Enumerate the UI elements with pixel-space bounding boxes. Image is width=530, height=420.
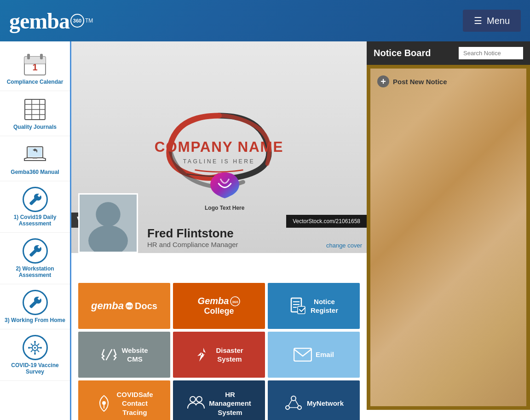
gemba-college-brand: Gemba 360 College [198,296,241,316]
wrench-circle-1 [23,187,48,212]
svg-line-25 [37,344,39,345]
virus-icon [23,335,48,360]
profile-section: COMPANY NAME TAGLINE IS HERE [71,41,367,276]
website-cms-icon [100,346,118,363]
svg-point-29 [28,347,30,349]
sidebar-item-workstation[interactable]: 2) Workstation Assessment [0,233,70,284]
profile-info: Fred Flintstone HR and Compliance Manage… [147,226,238,248]
tile-website-cms[interactable]: WebsiteCMS [78,332,170,378]
sidebar-item-covid19-daily[interactable]: 1) Covid19 Daily Assessment [0,181,70,233]
covidsafe-icon [95,395,113,412]
gemba-docs-brand: gemba 360 Docs [91,300,157,312]
secondary-logo: Logo Text Here [205,170,244,211]
svg-line-23 [31,344,33,345]
svg-line-52 [288,400,292,406]
hr-icon [187,395,205,412]
svg-text:1: 1 [32,62,37,72]
notice-register-icon [289,297,307,315]
hr-management-label: HRManagementSystem [209,390,251,417]
sidebar-label-covid19-daily: 1) Covid19 Daily Assessment [4,214,66,227]
notice-search-input[interactable] [459,47,523,59]
tile-hr-management[interactable]: HRManagementSystem [173,380,265,420]
email-icon [294,348,312,362]
disaster-system-label: DisasterSystem [216,346,243,364]
sidebar-label-quality-journals: Quality Journals [13,124,57,130]
profile-name: Fred Flintstone [147,226,238,241]
website-cms-label: WebsiteCMS [121,346,148,364]
change-cover-link[interactable]: change cover [326,242,362,249]
sidebar-item-gemba360-manual[interactable]: Gemba360 Manual [0,136,70,181]
laptop-icon [21,142,49,167]
app-grid: gemba 360 Docs Gemba 360 College [71,276,367,420]
sidebar-label-gemba360-manual: Gemba360 Manual [11,169,59,175]
logo-badge: 360 [70,14,84,28]
logo: gemba 360 TM [9,8,93,34]
sidebar-item-covid-vaccine[interactable]: COVID-19 Vaccine Survey [0,329,70,381]
svg-point-30 [40,347,42,349]
svg-point-50 [286,406,289,409]
svg-text:TAGLINE IS HERE: TAGLINE IS HERE [183,158,255,165]
svg-text:COMPANY NAME: COMPANY NAME [155,138,283,155]
covidsafe-label: COVIDSafeContactTracing [116,390,153,417]
logo-text: gemba [9,8,69,34]
avatar-svg [80,193,137,253]
plus-icon: + [377,75,389,87]
sidebar-item-working-from-home[interactable]: 3) Working From Home [0,284,70,329]
email-label: Email [316,350,334,359]
svg-point-34 [96,202,120,226]
change-cover-area: change cover [326,241,362,249]
svg-rect-14 [33,158,37,159]
tile-email[interactable]: Email [268,332,360,378]
svg-point-27 [34,341,36,343]
sidebar-item-compliance-calendar[interactable]: 1 Compliance Calendar [0,46,70,91]
secondary-logo-svg [207,170,242,205]
svg-point-51 [298,406,301,409]
cover-photo-label: VectorStock.com/21061658 [286,215,367,228]
mynetwork-label: MyNetwork [307,399,344,408]
content-area: COMPANY NAME TAGLINE IS HERE [71,41,367,420]
wrench-circle-2 [23,238,48,264]
menu-button[interactable]: ☰ Menu [463,10,521,32]
svg-text:360: 360 [232,300,239,304]
header: gemba 360 TM ☰ Menu [0,0,530,41]
corkboard: + Post New Notice [367,65,530,410]
tile-mynetwork[interactable]: MyNetwork [268,380,360,420]
profile-title: HR and Compliance Manager [147,241,238,248]
svg-line-26 [31,350,33,352]
avatar [78,193,138,253]
notice-section: Notice Board + Post New Notice [367,41,530,420]
svg-rect-44 [294,348,311,361]
tile-notice-register[interactable]: NoticeRegister [268,283,360,329]
svg-point-48 [196,397,202,402]
svg-point-47 [190,397,196,402]
svg-point-28 [34,353,36,355]
svg-point-45 [102,401,106,405]
post-new-notice-label: Post New Notice [393,78,447,86]
tile-gemba-college[interactable]: Gemba 360 College [173,283,265,329]
sidebar-item-quality-journals[interactable]: Quality Journals [0,91,70,136]
menu-label: Menu [487,16,510,26]
calendar-icon: 1 [21,52,49,77]
sidebar-label-workstation: 2) Workstation Assessment [4,265,66,278]
main-layout: 1 Compliance Calendar Quality Journals [0,41,530,420]
sidebar-label-covid-vaccine: COVID-19 Vaccine Survey [4,362,66,375]
company-logo: COMPANY NAME TAGLINE IS HERE [155,97,283,198]
notice-board-title: Notice Board [374,48,431,58]
avatar-container [78,193,138,253]
tile-gemba-docs[interactable]: gemba 360 Docs [78,283,170,329]
cover-image: COMPANY NAME TAGLINE IS HERE [71,41,367,253]
tile-disaster-system[interactable]: DisasterSystem [173,332,265,378]
svg-rect-42 [298,306,305,314]
disaster-icon [195,346,212,363]
svg-rect-16 [36,150,37,152]
notice-header: Notice Board [367,41,530,65]
table-icon [21,97,49,122]
post-new-notice-button[interactable]: + Post New Notice [377,75,519,87]
sidebar: 1 Compliance Calendar Quality Journals [0,41,71,420]
svg-line-43 [106,350,112,360]
secondary-logo-text: Logo Text Here [205,205,244,211]
sidebar-label-compliance-calendar: Compliance Calendar [7,79,63,85]
tile-covidsafe[interactable]: COVIDSafeContactTracing [78,380,170,420]
hamburger-icon: ☰ [474,15,482,26]
svg-line-24 [37,350,39,352]
